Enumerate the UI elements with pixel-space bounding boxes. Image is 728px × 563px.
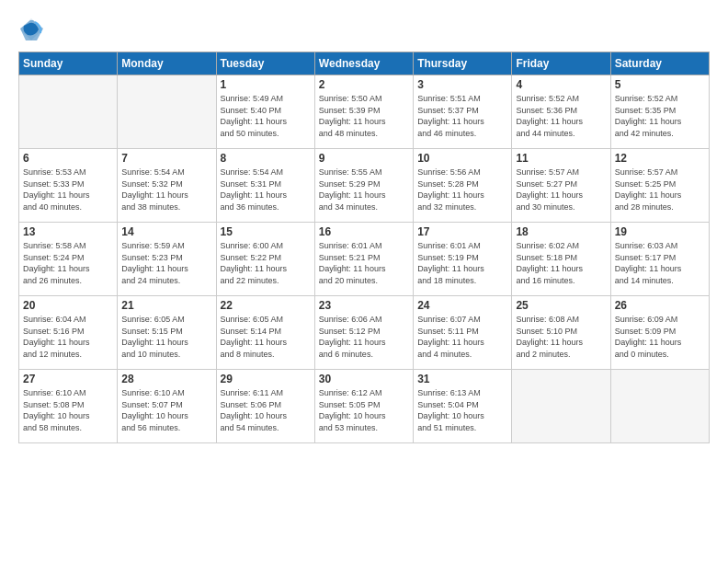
calendar-cell: 10Sunrise: 5:56 AM Sunset: 5:28 PM Dayli… bbox=[414, 149, 512, 223]
day-number: 23 bbox=[319, 299, 409, 312]
calendar-cell: 19Sunrise: 6:03 AM Sunset: 5:17 PM Dayli… bbox=[610, 223, 709, 296]
day-number: 8 bbox=[221, 152, 311, 165]
calendar-cell: 15Sunrise: 6:00 AM Sunset: 5:22 PM Dayli… bbox=[216, 223, 314, 296]
calendar-cell: 18Sunrise: 6:02 AM Sunset: 5:18 PM Dayli… bbox=[512, 223, 610, 296]
week-row-0: 1Sunrise: 5:49 AM Sunset: 5:40 PM Daylig… bbox=[19, 75, 710, 149]
calendar-cell: 22Sunrise: 6:05 AM Sunset: 5:14 PM Dayli… bbox=[216, 296, 314, 370]
calendar-cell: 24Sunrise: 6:07 AM Sunset: 5:11 PM Dayli… bbox=[414, 296, 512, 370]
day-number: 15 bbox=[221, 225, 311, 238]
day-info: Sunrise: 6:08 AM Sunset: 5:10 PM Dayligh… bbox=[516, 314, 606, 360]
day-number: 2 bbox=[319, 78, 409, 91]
day-number: 5 bbox=[615, 78, 705, 91]
day-info: Sunrise: 6:10 AM Sunset: 5:07 PM Dayligh… bbox=[121, 387, 211, 433]
calendar-cell: 9Sunrise: 5:55 AM Sunset: 5:29 PM Daylig… bbox=[314, 149, 413, 223]
calendar-cell: 30Sunrise: 6:12 AM Sunset: 5:05 PM Dayli… bbox=[314, 370, 413, 443]
day-info: Sunrise: 6:02 AM Sunset: 5:18 PM Dayligh… bbox=[516, 240, 606, 286]
calendar-cell: 4Sunrise: 5:52 AM Sunset: 5:36 PM Daylig… bbox=[512, 75, 610, 149]
col-header-saturday: Saturday bbox=[610, 52, 709, 75]
day-info: Sunrise: 5:52 AM Sunset: 5:35 PM Dayligh… bbox=[615, 93, 705, 139]
day-info: Sunrise: 6:11 AM Sunset: 5:06 PM Dayligh… bbox=[221, 387, 311, 433]
day-number: 31 bbox=[417, 373, 507, 385]
day-number: 16 bbox=[319, 225, 409, 238]
day-info: Sunrise: 6:09 AM Sunset: 5:09 PM Dayligh… bbox=[615, 314, 705, 360]
calendar-cell bbox=[512, 370, 610, 443]
page: SundayMondayTuesdayWednesdayThursdayFrid… bbox=[0, 0, 728, 453]
day-info: Sunrise: 5:54 AM Sunset: 5:31 PM Dayligh… bbox=[221, 167, 311, 213]
calendar-cell: 5Sunrise: 5:52 AM Sunset: 5:35 PM Daylig… bbox=[610, 75, 709, 149]
day-number: 1 bbox=[221, 78, 311, 91]
day-number: 11 bbox=[516, 152, 606, 165]
calendar-body: 1Sunrise: 5:49 AM Sunset: 5:40 PM Daylig… bbox=[19, 75, 710, 443]
day-number: 28 bbox=[121, 373, 211, 385]
week-row-1: 6Sunrise: 5:53 AM Sunset: 5:33 PM Daylig… bbox=[19, 149, 710, 223]
col-header-monday: Monday bbox=[118, 52, 216, 75]
calendar-cell: 13Sunrise: 5:58 AM Sunset: 5:24 PM Dayli… bbox=[19, 223, 118, 296]
day-number: 9 bbox=[319, 152, 409, 165]
day-info: Sunrise: 5:57 AM Sunset: 5:27 PM Dayligh… bbox=[516, 167, 606, 213]
day-number: 4 bbox=[516, 78, 606, 91]
day-info: Sunrise: 6:01 AM Sunset: 5:19 PM Dayligh… bbox=[417, 240, 507, 286]
day-number: 21 bbox=[121, 299, 211, 312]
col-header-thursday: Thursday bbox=[414, 52, 512, 75]
day-number: 7 bbox=[121, 152, 211, 165]
logo-icon bbox=[18, 17, 44, 42]
day-info: Sunrise: 6:07 AM Sunset: 5:11 PM Dayligh… bbox=[417, 314, 507, 360]
day-info: Sunrise: 5:49 AM Sunset: 5:40 PM Dayligh… bbox=[221, 93, 311, 139]
day-info: Sunrise: 5:50 AM Sunset: 5:39 PM Dayligh… bbox=[319, 93, 409, 139]
day-number: 26 bbox=[615, 299, 705, 312]
calendar-cell bbox=[118, 75, 216, 149]
day-info: Sunrise: 6:10 AM Sunset: 5:08 PM Dayligh… bbox=[23, 387, 113, 433]
calendar-cell: 3Sunrise: 5:51 AM Sunset: 5:37 PM Daylig… bbox=[414, 75, 512, 149]
calendar-cell: 1Sunrise: 5:49 AM Sunset: 5:40 PM Daylig… bbox=[216, 75, 314, 149]
day-number: 6 bbox=[23, 152, 113, 165]
calendar-cell: 11Sunrise: 5:57 AM Sunset: 5:27 PM Dayli… bbox=[512, 149, 610, 223]
day-info: Sunrise: 6:05 AM Sunset: 5:15 PM Dayligh… bbox=[121, 314, 211, 360]
calendar-cell bbox=[19, 75, 118, 149]
calendar-cell: 29Sunrise: 6:11 AM Sunset: 5:06 PM Dayli… bbox=[216, 370, 314, 443]
day-info: Sunrise: 5:52 AM Sunset: 5:36 PM Dayligh… bbox=[516, 93, 606, 139]
day-number: 24 bbox=[417, 299, 507, 312]
calendar-cell: 25Sunrise: 6:08 AM Sunset: 5:10 PM Dayli… bbox=[512, 296, 610, 370]
day-number: 12 bbox=[615, 152, 705, 165]
day-info: Sunrise: 6:00 AM Sunset: 5:22 PM Dayligh… bbox=[221, 240, 311, 286]
header bbox=[18, 17, 710, 42]
day-info: Sunrise: 5:54 AM Sunset: 5:32 PM Dayligh… bbox=[121, 167, 211, 213]
day-number: 30 bbox=[319, 373, 409, 385]
week-row-3: 20Sunrise: 6:04 AM Sunset: 5:16 PM Dayli… bbox=[19, 296, 710, 370]
day-number: 25 bbox=[516, 299, 606, 312]
calendar-cell: 21Sunrise: 6:05 AM Sunset: 5:15 PM Dayli… bbox=[118, 296, 216, 370]
day-number: 22 bbox=[221, 299, 311, 312]
day-info: Sunrise: 6:03 AM Sunset: 5:17 PM Dayligh… bbox=[615, 240, 705, 286]
day-number: 20 bbox=[23, 299, 113, 312]
day-info: Sunrise: 5:56 AM Sunset: 5:28 PM Dayligh… bbox=[417, 167, 507, 213]
calendar-cell: 2Sunrise: 5:50 AM Sunset: 5:39 PM Daylig… bbox=[314, 75, 413, 149]
calendar-cell: 23Sunrise: 6:06 AM Sunset: 5:12 PM Dayli… bbox=[314, 296, 413, 370]
week-row-2: 13Sunrise: 5:58 AM Sunset: 5:24 PM Dayli… bbox=[19, 223, 710, 296]
day-info: Sunrise: 5:53 AM Sunset: 5:33 PM Dayligh… bbox=[23, 167, 113, 213]
day-info: Sunrise: 6:04 AM Sunset: 5:16 PM Dayligh… bbox=[23, 314, 113, 360]
calendar-cell: 7Sunrise: 5:54 AM Sunset: 5:32 PM Daylig… bbox=[118, 149, 216, 223]
day-info: Sunrise: 5:51 AM Sunset: 5:37 PM Dayligh… bbox=[417, 93, 507, 139]
day-info: Sunrise: 6:13 AM Sunset: 5:04 PM Dayligh… bbox=[417, 387, 507, 433]
calendar-cell: 26Sunrise: 6:09 AM Sunset: 5:09 PM Dayli… bbox=[610, 296, 709, 370]
calendar-cell: 8Sunrise: 5:54 AM Sunset: 5:31 PM Daylig… bbox=[216, 149, 314, 223]
calendar-header: SundayMondayTuesdayWednesdayThursdayFrid… bbox=[19, 52, 710, 75]
day-info: Sunrise: 5:59 AM Sunset: 5:23 PM Dayligh… bbox=[121, 240, 211, 286]
calendar-cell: 16Sunrise: 6:01 AM Sunset: 5:21 PM Dayli… bbox=[314, 223, 413, 296]
day-number: 17 bbox=[417, 225, 507, 238]
calendar-cell: 27Sunrise: 6:10 AM Sunset: 5:08 PM Dayli… bbox=[19, 370, 118, 443]
day-info: Sunrise: 6:12 AM Sunset: 5:05 PM Dayligh… bbox=[319, 387, 409, 433]
day-number: 14 bbox=[121, 225, 211, 238]
calendar-cell: 20Sunrise: 6:04 AM Sunset: 5:16 PM Dayli… bbox=[19, 296, 118, 370]
calendar-cell bbox=[610, 370, 709, 443]
day-info: Sunrise: 6:05 AM Sunset: 5:14 PM Dayligh… bbox=[221, 314, 311, 360]
logo bbox=[18, 17, 46, 42]
day-info: Sunrise: 5:55 AM Sunset: 5:29 PM Dayligh… bbox=[319, 167, 409, 213]
calendar-cell: 31Sunrise: 6:13 AM Sunset: 5:04 PM Dayli… bbox=[414, 370, 512, 443]
day-number: 10 bbox=[417, 152, 507, 165]
calendar-cell: 12Sunrise: 5:57 AM Sunset: 5:25 PM Dayli… bbox=[610, 149, 709, 223]
week-row-4: 27Sunrise: 6:10 AM Sunset: 5:08 PM Dayli… bbox=[19, 370, 710, 443]
col-header-wednesday: Wednesday bbox=[314, 52, 413, 75]
calendar-cell: 6Sunrise: 5:53 AM Sunset: 5:33 PM Daylig… bbox=[19, 149, 118, 223]
col-header-friday: Friday bbox=[512, 52, 610, 75]
